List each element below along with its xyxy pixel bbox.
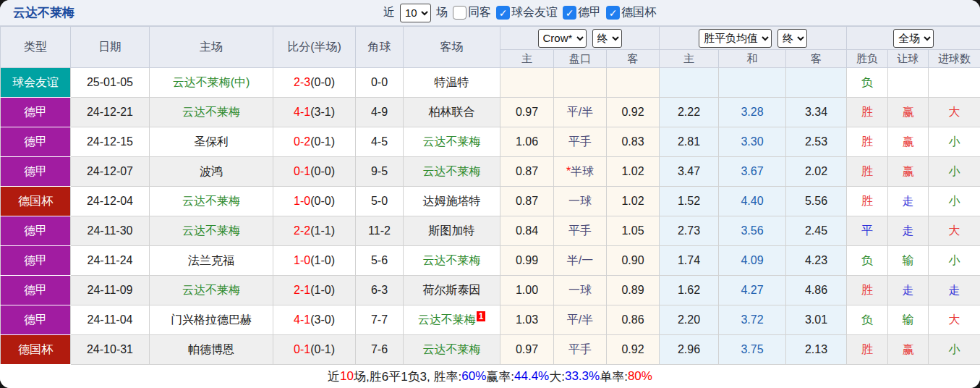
mean-home: 2.22 (660, 98, 719, 127)
goals-result-cell: 小 (929, 246, 980, 276)
home-team: 帕德博恩 (150, 335, 273, 365)
table-row: 德甲24-11-24法兰克福1-0(1-0)5-6云达不莱梅0.99半/一0.9… (1, 246, 980, 276)
match-date: 24-11-09 (71, 276, 150, 305)
col-mean-draw: 和 (719, 50, 786, 68)
table-row: 德甲24-12-07波鸿0-1(0-0)9-5云达不莱梅0.87*半球1.023… (1, 157, 980, 187)
home-team: 云达不莱梅 (150, 187, 273, 216)
friendly-label: 球会友谊 (511, 5, 558, 20)
table-row: 德甲24-12-21云达不莱梅4-1(3-1)4-9柏林联合0.97平/半0.9… (1, 98, 980, 127)
matches-label: 场 (436, 5, 448, 20)
corner-cell: 11-2 (356, 216, 404, 246)
dfb-pokal-checkbox[interactable] (606, 6, 620, 20)
away-team: 云达不莱梅 (404, 246, 500, 276)
score-cell: 1-0(1-0) (273, 246, 356, 276)
handicap-result-cell (888, 68, 929, 98)
away-odds: 0.92 (607, 98, 660, 127)
handicap-result-cell: 走 (888, 216, 929, 246)
result-cell: 胜 (847, 127, 888, 157)
handicap-result-cell: 输 (888, 305, 929, 335)
mean-time-select[interactable]: 终 (777, 29, 807, 48)
handicap-result-cell: 走 (888, 187, 929, 216)
away-odds: 1.02 (607, 187, 660, 216)
col-handicap: 盘口 (554, 50, 607, 68)
score-cell: 2-2(1-1) (273, 216, 356, 246)
mean-draw (719, 68, 786, 98)
corner-cell: 5-0 (356, 187, 404, 216)
away-team: 柏林联合 (404, 98, 500, 127)
home-odds: 0.87 (500, 157, 554, 187)
home-odds: 0.97 (500, 98, 554, 127)
home-odds: 1.03 (500, 305, 554, 335)
handicap-cell: 平/半 (554, 305, 607, 335)
mean-draw: 4.40 (719, 187, 786, 216)
mean-away (786, 68, 847, 98)
home-odds: 1.06 (500, 127, 554, 157)
mean-type-select[interactable]: 胜平负均值 (699, 29, 772, 48)
result-cell: 胜 (847, 276, 888, 305)
table-row: 德国杯24-10-31帕德博恩0-1(0-1)7-6云达不莱梅0.97平手0.9… (1, 335, 980, 365)
bundesliga-label: 德甲 (578, 5, 601, 20)
match-type-badge: 德国杯 (1, 335, 71, 365)
match-type-badge: 德甲 (1, 127, 71, 157)
odds-company-select[interactable]: Crow* (538, 29, 587, 48)
handicap-cell: 平手 (554, 216, 607, 246)
table-row: 德甲24-11-09云达不莱梅2-1(1-0)6-3荷尔斯泰因1.00一球0.8… (1, 276, 980, 305)
red-card-badge: 1 (477, 311, 486, 321)
home-odds (500, 68, 554, 98)
home-odds: 0.99 (500, 246, 554, 276)
match-date: 24-12-15 (71, 127, 150, 157)
col-odds-home: 主 (500, 50, 554, 68)
friendly-checkbox[interactable] (496, 6, 510, 20)
summary-segment: 赢率: (486, 368, 514, 385)
mean-away: 2.13 (786, 335, 847, 365)
result-cell: 胜 (847, 335, 888, 365)
handicap-cell: 平手 (554, 335, 607, 365)
mean-away: 3.01 (786, 305, 847, 335)
home-odds: 0.84 (500, 216, 554, 246)
col-mean-away: 客 (786, 50, 847, 68)
scope-select[interactable]: 全场 (893, 29, 934, 48)
away-odds (607, 68, 660, 98)
home-team: 云达不莱梅 (150, 216, 273, 246)
home-team: 云达不莱梅 (150, 98, 273, 127)
home-team: 云达不莱梅 (150, 276, 273, 305)
match-date: 24-11-30 (71, 216, 150, 246)
corner-cell: 4-9 (356, 98, 404, 127)
recent-count-select[interactable]: 10 (400, 4, 431, 22)
result-cell: 平 (847, 216, 888, 246)
summary-segment: 近 (328, 368, 340, 385)
mean-away: 2.45 (786, 216, 847, 246)
summary-segment: 10 (340, 369, 354, 384)
home-odds: 1.00 (500, 276, 554, 305)
col-type: 类型 (1, 27, 71, 68)
away-team: 荷尔斯泰因 (404, 276, 500, 305)
mean-home: 2.81 (660, 127, 719, 157)
mean-away: 2.53 (786, 127, 847, 157)
mean-draw: 3.72 (719, 305, 786, 335)
match-type-badge: 德甲 (1, 216, 71, 246)
away-team: 云达不莱梅1 (404, 305, 500, 335)
mean-draw: 4.09 (719, 246, 786, 276)
result-cell: 胜 (847, 157, 888, 187)
mean-draw: 3.56 (719, 216, 786, 246)
away-team: 特温特 (404, 68, 500, 98)
bundesliga-checkbox[interactable] (563, 6, 576, 20)
away-team: 云达不莱梅 (404, 335, 500, 365)
table-row: 德甲24-11-04门兴格拉德巴赫4-1(3-0)7-7云达不莱梅11.03平/… (1, 305, 980, 335)
match-type-badge: 德甲 (1, 305, 71, 335)
match-type-badge: 德甲 (1, 98, 71, 127)
same-away-filter: 同客 (453, 5, 491, 20)
same-away-checkbox[interactable] (453, 6, 466, 20)
mean-home: 1.74 (660, 246, 719, 276)
same-away-label: 同客 (468, 5, 491, 20)
mean-away: 4.86 (786, 276, 847, 305)
col-goals-result: 进球数 (929, 50, 980, 68)
mean-away: 2.02 (786, 157, 847, 187)
mean-group-header: 胜平负均值 终 (660, 27, 847, 50)
odds-time-select[interactable]: 终 (592, 29, 622, 48)
col-corner: 角球 (356, 27, 404, 68)
corner-cell: 5-6 (356, 246, 404, 276)
mean-draw: 3.30 (719, 127, 786, 157)
mean-home: 2.73 (660, 216, 719, 246)
match-type-badge: 德甲 (1, 157, 71, 187)
